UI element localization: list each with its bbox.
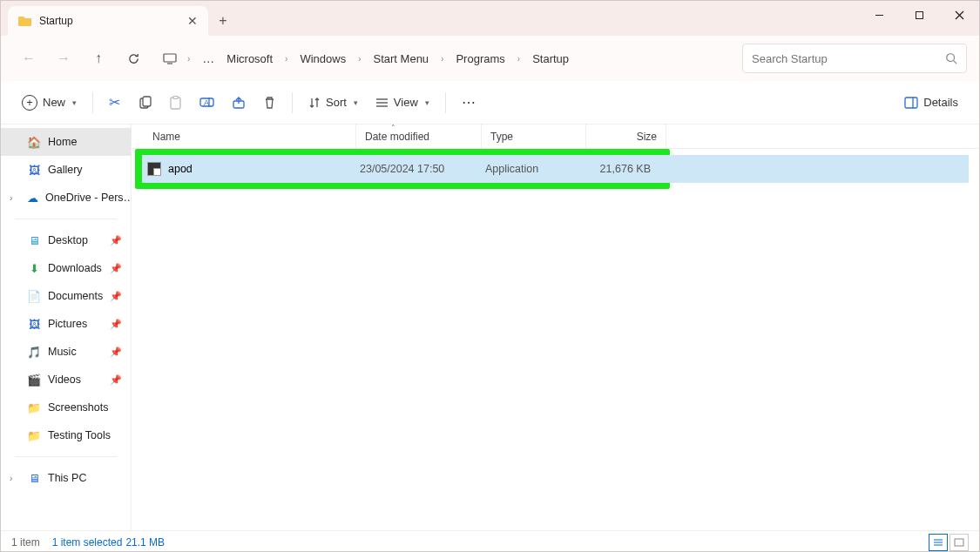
paste-icon xyxy=(169,96,182,110)
pin-icon[interactable]: 📌 xyxy=(110,263,122,274)
pin-icon[interactable]: 📌 xyxy=(110,291,122,302)
sidebar-item-music[interactable]: 🎵Music📌 xyxy=(1,338,131,366)
file-date: 23/05/2024 17:50 xyxy=(360,163,485,175)
copy-button[interactable] xyxy=(131,88,159,118)
delete-icon xyxy=(263,96,276,110)
sidebar-label: Testing Tools xyxy=(48,429,111,441)
sidebar-item-testing[interactable]: 📁Testing Tools xyxy=(1,421,131,449)
close-tab-icon[interactable]: ✕ xyxy=(187,14,198,28)
column-date[interactable]: Date modified xyxy=(356,125,482,148)
breadcrumb-item[interactable]: Start Menu xyxy=(368,49,435,69)
file-list[interactable]: apod 23/05/2024 17:50 Application 21,676… xyxy=(132,149,979,530)
sidebar[interactable]: 🏠Home 🖼Gallery ›☁OneDrive - Pers… 🖥Deskt… xyxy=(1,125,132,530)
sidebar-item-onedrive[interactable]: ›☁OneDrive - Pers… xyxy=(1,184,131,212)
new-tab-button[interactable]: + xyxy=(208,6,238,36)
selection-count: 1 item selected xyxy=(52,536,123,549)
paste-button[interactable] xyxy=(162,88,189,118)
close-window-button[interactable] xyxy=(939,1,979,29)
sidebar-label: Pictures xyxy=(48,318,87,330)
folder-icon: 📁 xyxy=(27,401,41,414)
chevron-right-icon[interactable]: › xyxy=(280,54,293,64)
forward-button[interactable]: → xyxy=(48,43,79,74)
more-button[interactable]: ⋯ xyxy=(455,88,483,118)
new-label: New xyxy=(43,96,65,109)
breadcrumb-item[interactable]: Microsoft xyxy=(221,49,278,69)
sidebar-item-pictures[interactable]: 🖼Pictures📌 xyxy=(1,310,131,338)
desktop-icon: 🖥 xyxy=(27,234,41,247)
chevron-right-icon[interactable]: › xyxy=(353,54,366,64)
breadcrumb-item[interactable]: Startup xyxy=(527,49,574,69)
separator xyxy=(92,92,93,113)
column-name[interactable]: Name xyxy=(132,125,356,148)
details-button[interactable]: Details xyxy=(897,88,965,118)
search-input[interactable] xyxy=(752,52,945,65)
toolbar: + New ▾ ✂ A Sort ▾ View ▾ ⋯ Details xyxy=(1,81,979,125)
pin-icon[interactable]: 📌 xyxy=(110,319,122,330)
chevron-down-icon: ▾ xyxy=(425,98,429,107)
search-icon[interactable] xyxy=(945,52,957,64)
back-button[interactable]: ← xyxy=(13,43,44,74)
expand-icon[interactable]: › xyxy=(10,474,12,483)
rename-button[interactable]: A xyxy=(193,88,221,118)
share-button[interactable] xyxy=(225,88,253,118)
sidebar-item-thispc[interactable]: ›🖥This PC xyxy=(1,464,131,492)
status-bar: 1 item 1 item selected 21.1 MB xyxy=(1,530,979,552)
search-box[interactable] xyxy=(742,44,967,73)
chevron-right-icon[interactable]: › xyxy=(182,54,195,64)
sort-button[interactable]: Sort ▾ xyxy=(301,88,365,118)
file-size: 21,676 KB xyxy=(590,163,658,175)
column-size[interactable]: Size xyxy=(586,125,666,148)
maximize-button[interactable] xyxy=(899,1,939,29)
share-icon xyxy=(232,96,246,110)
sidebar-label: Gallery xyxy=(48,164,83,176)
chevron-right-icon[interactable]: › xyxy=(512,54,525,64)
copy-icon xyxy=(138,96,152,110)
minimize-button[interactable] xyxy=(859,1,899,29)
view-button[interactable]: View ▾ xyxy=(368,88,436,118)
item-count: 1 item xyxy=(11,536,40,549)
documents-icon: 📄 xyxy=(27,290,41,303)
refresh-button[interactable] xyxy=(118,43,149,74)
rename-icon: A xyxy=(199,96,214,109)
window-tab[interactable]: Startup ✕ xyxy=(8,6,208,36)
breadcrumb-item[interactable]: Programs xyxy=(450,49,510,69)
new-button[interactable]: + New ▾ xyxy=(15,88,84,118)
overflow-icon[interactable]: … xyxy=(197,51,220,65)
thumbnails-view-button[interactable] xyxy=(950,534,969,551)
sidebar-item-documents[interactable]: 📄Documents📌 xyxy=(1,282,131,310)
pin-icon[interactable]: 📌 xyxy=(110,374,122,386)
chevron-down-icon: ▾ xyxy=(354,98,358,107)
address-bar[interactable]: › … Microsoft › Windows › Start Menu › P… xyxy=(159,49,732,69)
details-view-button[interactable] xyxy=(929,534,948,551)
pin-icon[interactable]: 📌 xyxy=(110,347,122,358)
breadcrumb-item[interactable]: Windows xyxy=(294,49,351,69)
svg-rect-11 xyxy=(173,96,178,98)
plus-icon: + xyxy=(22,95,37,111)
column-type[interactable]: Type xyxy=(482,125,586,148)
svg-rect-9 xyxy=(143,97,151,106)
content-area: Name ˄ Date modified Type Size apod 23/0… xyxy=(132,125,979,530)
cut-button[interactable]: ✂ xyxy=(102,88,127,118)
sidebar-item-downloads[interactable]: ⬇Downloads📌 xyxy=(1,254,131,282)
chevron-right-icon[interactable]: › xyxy=(436,54,449,64)
svg-point-6 xyxy=(947,54,955,62)
downloads-icon: ⬇ xyxy=(27,262,41,275)
pictures-icon: 🖼 xyxy=(27,318,41,331)
view-label: View xyxy=(394,96,418,109)
expand-icon[interactable]: › xyxy=(10,193,12,203)
sidebar-item-gallery[interactable]: 🖼Gallery xyxy=(1,156,131,184)
delete-button[interactable] xyxy=(256,88,283,118)
pin-icon[interactable]: 📌 xyxy=(110,235,122,246)
sidebar-item-desktop[interactable]: 🖥Desktop📌 xyxy=(1,226,131,254)
sidebar-item-home[interactable]: 🏠Home xyxy=(1,128,131,156)
this-pc-icon xyxy=(159,52,180,64)
tab-title: Startup xyxy=(39,15,180,27)
sort-indicator-icon: ˄ xyxy=(391,124,395,132)
sidebar-item-videos[interactable]: 🎬Videos📌 xyxy=(1,366,131,394)
up-button[interactable]: ↑ xyxy=(83,43,114,74)
file-row[interactable]: apod 23/05/2024 17:50 Application 21,676… xyxy=(142,155,969,183)
home-icon: 🏠 xyxy=(27,136,41,149)
separator xyxy=(15,219,117,219)
sidebar-item-screenshots[interactable]: 📁Screenshots xyxy=(1,394,131,421)
sidebar-label: Desktop xyxy=(48,234,88,246)
